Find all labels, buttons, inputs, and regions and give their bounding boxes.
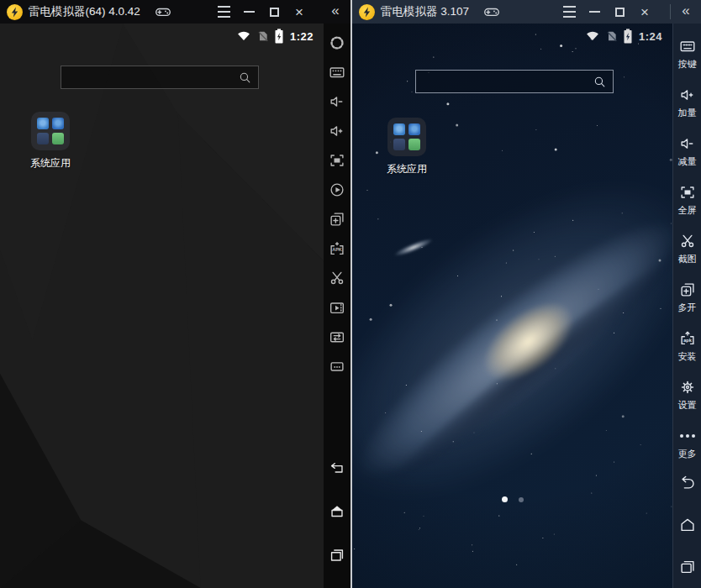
wifi-icon: [235, 29, 252, 44]
apk-install-icon[interactable]: APK: [324, 234, 350, 263]
keymapping-button[interactable]: 按键: [673, 29, 701, 78]
window-title: 雷电模拟器(64) 4.0.42: [29, 4, 140, 19]
svg-text:apk: apk: [683, 338, 692, 343]
toolbar-sidebar: APK: [324, 24, 350, 588]
search-input[interactable]: [416, 76, 593, 88]
fullscreen-button[interactable]: 全屏: [673, 176, 701, 224]
gamepad-icon[interactable]: [152, 3, 174, 21]
folder-icon[interactable]: [31, 112, 70, 150]
screenshot-button[interactable]: 截图: [673, 224, 701, 273]
volume-down-icon[interactable]: [324, 87, 350, 116]
folder-icon[interactable]: [387, 118, 426, 156]
volume-up-button[interactable]: 加量: [673, 78, 701, 127]
screenshot-icon[interactable]: [324, 263, 350, 292]
close-button[interactable]: ×: [632, 2, 657, 22]
volume-up-icon[interactable]: [324, 116, 350, 145]
clock: 1:22: [290, 30, 314, 43]
file-share-icon[interactable]: [324, 322, 350, 351]
search-icon[interactable]: [238, 71, 252, 85]
page-dot-active[interactable]: [502, 496, 508, 502]
ldplayer-logo-icon: [7, 4, 23, 20]
android-nav-buttons: [324, 453, 350, 588]
gamepad-icon[interactable]: [481, 3, 503, 21]
page-dot[interactable]: [519, 497, 524, 502]
recents-icon[interactable]: [675, 552, 700, 581]
minimize-button[interactable]: [236, 2, 261, 22]
mini-app-icon: [52, 133, 64, 144]
mini-app-icon: [408, 139, 420, 150]
status-bar: 1:22: [235, 27, 314, 45]
clock: 1:24: [639, 30, 662, 43]
android-nav-buttons: [675, 468, 700, 588]
android-home-screen[interactable]: 1:22 系统应用: [0, 24, 324, 588]
window-title: 雷电模拟器 3.107: [381, 4, 469, 19]
close-button[interactable]: ×: [287, 2, 312, 22]
no-sim-icon: [605, 29, 619, 44]
toolbar-sidebar: 按键 加量 减量 全屏 截图 多开 apk: [672, 24, 701, 588]
mini-app-icon: [408, 123, 420, 135]
mini-app-icon: [52, 118, 64, 129]
emulator-window-ldplayer4: 雷电模拟器(64) 4.0.42 × «: [0, 0, 350, 588]
menu-icon[interactable]: [211, 2, 236, 22]
more-icon[interactable]: [324, 351, 350, 381]
back-icon[interactable]: [675, 468, 700, 497]
android-home-screen[interactable]: 1:24 系统应用: [352, 24, 672, 588]
operation-recorder-icon[interactable]: [324, 175, 350, 204]
emulator-window-ldplayer3: 雷电模拟器 3.107 × «: [350, 0, 701, 588]
keymapping-icon[interactable]: [324, 57, 350, 87]
battery-charging-icon: [274, 29, 284, 44]
status-bar: 1:24: [584, 27, 662, 45]
recents-icon[interactable]: [324, 540, 350, 570]
search-bar[interactable]: [61, 66, 259, 89]
menu-icon[interactable]: [556, 2, 582, 22]
back-icon[interactable]: [324, 453, 350, 482]
fullscreen-icon[interactable]: [324, 145, 350, 175]
collapse-sidebar-icon[interactable]: «: [326, 3, 345, 19]
apk-install-button[interactable]: apk 安装: [673, 322, 701, 370]
svg-text:APK: APK: [332, 247, 342, 252]
no-sim-icon: [256, 29, 270, 44]
home-page-indicator: [352, 496, 672, 502]
search-input[interactable]: [61, 71, 238, 84]
volume-down-button[interactable]: 减量: [673, 127, 701, 176]
settings-button[interactable]: 设置: [673, 370, 701, 419]
home-icon[interactable]: [675, 510, 700, 539]
maximize-button[interactable]: [607, 2, 632, 22]
collapse-sidebar-icon[interactable]: «: [677, 3, 695, 19]
home-icon[interactable]: [324, 496, 350, 526]
screen-record-icon[interactable]: [324, 292, 350, 322]
more-button[interactable]: 更多: [673, 419, 701, 468]
desktop: 雷电模拟器(64) 4.0.42 × «: [0, 0, 701, 588]
search-icon[interactable]: [593, 75, 607, 89]
folder-label: 系统应用: [387, 162, 427, 176]
mini-app-icon: [393, 139, 405, 150]
search-bar[interactable]: [415, 70, 614, 93]
system-apps-folder[interactable]: 系统应用: [24, 112, 77, 171]
ldplayer-logo-icon: [359, 4, 375, 20]
mini-app-icon: [393, 123, 405, 135]
stars: [352, 24, 353, 24]
folder-label: 系统应用: [30, 156, 71, 171]
multi-instance-button[interactable]: 多开: [673, 273, 701, 322]
mini-app-icon: [37, 133, 49, 144]
ellipsis-icon: [680, 427, 695, 445]
titlebar[interactable]: 雷电模拟器 3.107 × «: [352, 0, 701, 24]
mini-app-icon: [37, 118, 49, 129]
wifi-icon: [584, 29, 601, 44]
battery-charging-icon: [623, 29, 633, 44]
maximize-button[interactable]: [261, 2, 287, 22]
titlebar[interactable]: 雷电模拟器(64) 4.0.42 × «: [0, 0, 350, 24]
multi-instance-icon[interactable]: [324, 204, 350, 234]
system-apps-folder[interactable]: 系统应用: [380, 118, 434, 176]
minimize-button[interactable]: [582, 2, 607, 22]
settings-icon[interactable]: [324, 28, 350, 57]
